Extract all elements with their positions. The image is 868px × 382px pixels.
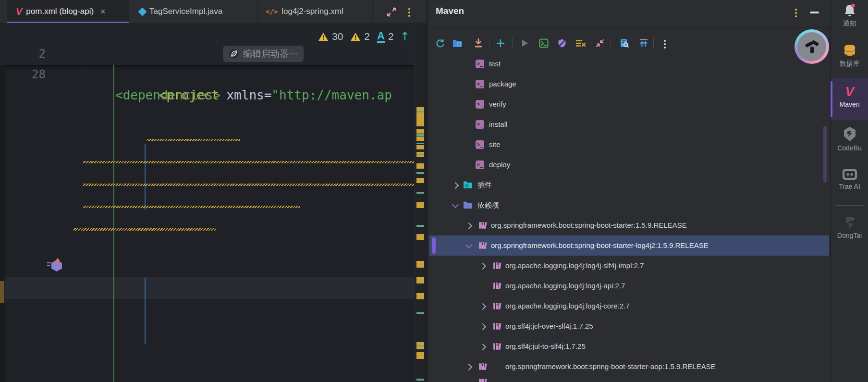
tree-item-dependency[interactable]: org.slf4j:jcl-over-slf4j:1.7.25 [428, 316, 830, 336]
code-line-128[interactable]: 128 [0, 232, 414, 254]
maven-panel-title: Maven [436, 6, 464, 16]
run-maven-goal-icon[interactable] [519, 37, 530, 49]
reload-project-icon[interactable] [452, 37, 463, 49]
editor-tab-bar: V pom.xml (blog-api) × TagServiceImpl.ja… [0, 0, 427, 23]
tab-label: pom.xml (blog-api) [26, 7, 94, 16]
chevron-right-icon[interactable] [479, 303, 486, 310]
database-icon [843, 44, 857, 58]
dongtai-icon [843, 216, 856, 230]
maven-stripe-icon: V [831, 84, 868, 99]
editor-options-kebab-icon[interactable] [408, 7, 410, 18]
add-maven-project-icon[interactable] [495, 37, 506, 49]
maven-goal-icon: >_ [476, 100, 484, 109]
tab-pom-xml[interactable]: V pom.xml (blog-api) × [7, 0, 129, 23]
tab-log4j2-spring[interactable]: </> log4j2-spring.xml [258, 0, 373, 23]
code-line-133[interactable]: 133 </dependency> [0, 344, 414, 366]
tree-item-dependency[interactable]: org.apache.logging.log4j:log4j-api:2.7 [428, 276, 830, 296]
tree-item-goal-site[interactable]: >_ site [428, 135, 830, 155]
library-icon [478, 221, 487, 230]
chevron-down-icon[interactable] [465, 242, 472, 248]
stripe-item-dongtai[interactable]: DongTai [831, 216, 868, 243]
tree-item-plugins[interactable]: 插件 [428, 175, 830, 195]
tree-item-dependency[interactable]: org.slf4j:jul-to-slf4j:1.7.25 [428, 336, 830, 357]
xml-file-icon: </> [266, 8, 278, 15]
library-icon [493, 342, 501, 351]
stripe-item-codebuddy[interactable]: CodeBu [831, 126, 868, 153]
code-line-134[interactable]: 134 [0, 366, 414, 382]
toolbar-more-kebab-icon[interactable] [664, 38, 666, 50]
selected-tool-accent-bar [831, 81, 832, 117]
tree-item-goal-test[interactable]: >_ test [428, 54, 830, 74]
tree-item-goal-deploy[interactable]: >_ deploy [428, 155, 830, 175]
stripe-item-notifications[interactable]: 通知 [831, 3, 868, 30]
code-line-131[interactable]: 131 <artifactId>commons-collections< [0, 299, 414, 321]
code-line-132[interactable]: 132 <version>3.2.2</version> [0, 321, 414, 344]
tree-item-dependency[interactable]: org.apache.logging.log4j:log4j-slf4j-imp… [428, 256, 830, 276]
stripe-item-maven[interactable]: V Maven [831, 78, 868, 120]
tree-scrollbar-thumb[interactable] [823, 126, 827, 183]
warning-squiggle [147, 139, 240, 141]
tree-item-goal-package[interactable]: >_ package [428, 74, 830, 94]
plugins-folder-icon [463, 181, 473, 189]
stripe-item-database[interactable]: 数据库 [831, 44, 868, 72]
maven-goal-icon: >_ [476, 120, 484, 129]
chevron-right-icon[interactable] [465, 222, 472, 229]
stripe-divider [835, 205, 864, 206]
maven-refresh-icon[interactable] [434, 37, 446, 49]
maven-terminal-icon[interactable] [538, 37, 550, 49]
tab-tagserviceimpl[interactable]: TagServiceImpl.java [129, 0, 258, 23]
code-line-121[interactable]: 121 </dependency> [0, 76, 414, 98]
tree-item-dependency[interactable]: org.springframework.boot:spring-boot-sta… [428, 215, 830, 235]
library-icon [493, 261, 501, 270]
maven-panel-options-kebab-icon[interactable] [795, 7, 797, 19]
code-line-130[interactable]: 130 <groupId>commons-collections</gr [0, 277, 414, 299]
error-stripe[interactable] [414, 23, 427, 382]
expand-editor-icon[interactable] [386, 6, 397, 18]
maven-goal-icon: >_ [476, 60, 484, 68]
tree-item-dependency[interactable]: org.apache.logging.log4j:log4j-core:2.7 [428, 296, 830, 316]
edit-starters-inlay[interactable]: 编辑启动器⋯ [223, 46, 304, 62]
stripe-item-trae-ai[interactable]: Trae AI [831, 168, 868, 193]
warning-icon [318, 32, 329, 41]
mute-warnings-icon[interactable] [575, 37, 587, 49]
chevron-right-icon[interactable] [479, 323, 486, 330]
tree-item-dependency[interactable]: org.springframework.boot:spring-boot-sta… [428, 357, 830, 377]
tree-item-dependency-selected[interactable]: org.springframework.boot:spring-boot-sta… [428, 235, 830, 256]
editor-area[interactable]: V pom.xml (blog-api) × TagServiceImpl.ja… [0, 0, 427, 382]
prev-problem-arrow-icon[interactable]: ↑ [400, 30, 410, 43]
chevron-right-icon[interactable] [452, 182, 459, 189]
library-icon [493, 282, 501, 290]
check-updates-icon[interactable] [638, 37, 649, 49]
avatar[interactable] [795, 29, 829, 64]
chevron-right-icon[interactable] [479, 263, 486, 270]
tree-item-dependencies[interactable]: 依赖项 [428, 195, 830, 215]
download-sources-icon[interactable] [473, 37, 484, 49]
sticky-line-28[interactable]: 28 <dependencies> [0, 44, 427, 64]
library-icon [478, 362, 487, 371]
hide-panel-minimize-icon[interactable] [810, 12, 819, 13]
library-icon [493, 322, 501, 331]
skip-tests-shield-icon[interactable] [556, 37, 568, 49]
tree-item-goal-install[interactable]: >_ install [428, 114, 830, 135]
dependency-update-gutter-icon[interactable] [47, 259, 64, 273]
warning-squiggle [83, 161, 414, 163]
tree-item-goal-verify[interactable]: >_ verify [428, 94, 830, 114]
tab-label: TagServiceImpl.java [149, 7, 222, 16]
avatar-logo-icon [802, 37, 821, 56]
ide-window: V pom.xml (blog-api) × TagServiceImpl.ja… [0, 0, 868, 382]
panel-divider [428, 27, 830, 28]
library-icon [478, 241, 487, 250]
inspections-widget[interactable]: 30 2 A 2 ↑ ↓ [318, 28, 427, 45]
code-line-122[interactable]: 122 [0, 98, 414, 120]
chevron-down-icon[interactable] [452, 201, 459, 208]
chevron-right-icon[interactable] [479, 344, 486, 350]
dependency-analyzer-icon[interactable] [619, 37, 630, 49]
maven-goal-icon: >_ [476, 160, 484, 169]
collapse-all-icon[interactable] [594, 37, 606, 49]
trae-ai-icon [842, 168, 858, 181]
chevron-right-icon[interactable] [465, 364, 472, 370]
typo-icon: A [377, 31, 385, 43]
maven-goal-icon: >_ [476, 140, 484, 149]
close-icon[interactable]: × [100, 7, 106, 16]
right-tool-window-bar: 通知 数据库 V Maven CodeBu [830, 0, 868, 382]
